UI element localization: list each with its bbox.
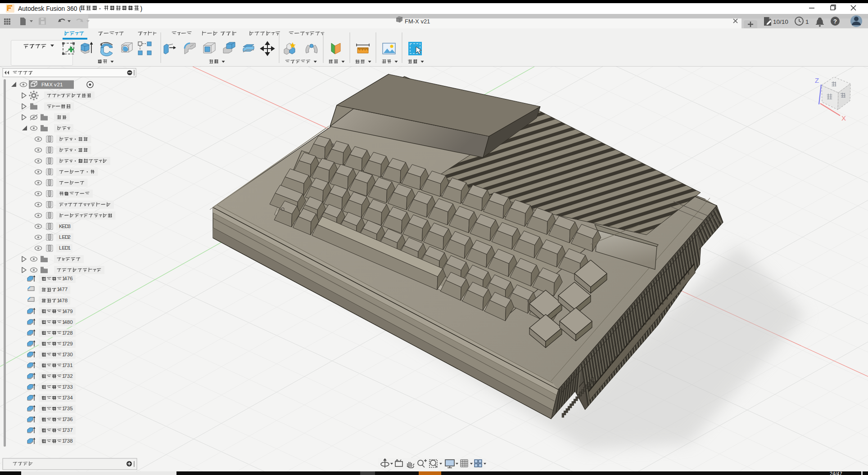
- svg-text:7: 7: [67, 276, 70, 281]
- svg-text:7: 7: [64, 395, 67, 400]
- svg-text:7: 7: [62, 287, 64, 292]
- svg-text:2: 2: [67, 341, 70, 346]
- svg-text:3: 3: [67, 438, 70, 444]
- svg-text:9: 9: [70, 341, 72, 346]
- svg-text:2: 2: [57, 82, 59, 87]
- svg-text:0: 0: [70, 352, 72, 357]
- svg-text:7: 7: [64, 438, 67, 444]
- svg-text:7: 7: [65, 287, 68, 292]
- svg-text:9: 9: [70, 309, 72, 314]
- svg-text:3: 3: [67, 406, 70, 411]
- svg-text:8: 8: [67, 319, 70, 325]
- svg-text:6: 6: [70, 417, 72, 422]
- svg-text:2: 2: [68, 234, 71, 240]
- svg-text:1: 1: [70, 363, 72, 368]
- svg-text:v: v: [54, 82, 57, 87]
- svg-text:3: 3: [67, 417, 70, 422]
- svg-text:3: 3: [67, 352, 70, 357]
- svg-text:24/47: 24/47: [830, 471, 842, 475]
- svg-text:8: 8: [65, 298, 68, 303]
- svg-text:7: 7: [67, 309, 70, 314]
- svg-text:8: 8: [70, 330, 72, 336]
- svg-text:1: 1: [68, 245, 71, 251]
- svg-text:7: 7: [64, 406, 67, 411]
- svg-text:3: 3: [67, 395, 70, 400]
- svg-text:7: 7: [64, 363, 67, 368]
- svg-text:7: 7: [62, 298, 64, 303]
- svg-text:2: 2: [70, 373, 72, 379]
- svg-text:7: 7: [70, 427, 72, 433]
- svg-text:X: X: [49, 82, 53, 87]
- svg-text:0: 0: [70, 319, 72, 325]
- svg-text:2: 2: [67, 330, 70, 336]
- svg-text:3: 3: [70, 384, 72, 390]
- svg-text:7: 7: [64, 373, 67, 379]
- svg-text:3: 3: [67, 427, 70, 433]
- svg-text:7: 7: [64, 330, 67, 336]
- svg-text:6: 6: [70, 276, 72, 281]
- svg-text:7: 7: [64, 341, 67, 346]
- svg-text:3: 3: [67, 384, 70, 390]
- svg-text:4: 4: [70, 395, 73, 400]
- svg-text:7: 7: [64, 384, 67, 390]
- svg-text:7: 7: [64, 352, 67, 357]
- svg-text:3: 3: [67, 373, 70, 379]
- svg-text:1: 1: [60, 82, 63, 87]
- svg-text:5: 5: [70, 406, 72, 411]
- svg-text:8: 8: [70, 438, 72, 444]
- svg-text:3: 3: [68, 224, 71, 229]
- svg-text:3: 3: [67, 363, 70, 368]
- svg-text:7: 7: [64, 427, 67, 433]
- svg-text:7: 7: [64, 417, 67, 422]
